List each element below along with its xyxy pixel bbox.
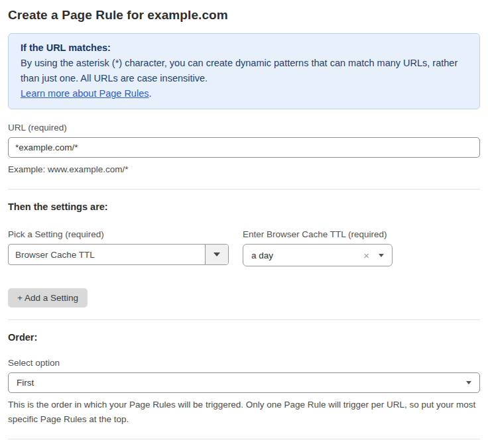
pick-setting-column: Pick a Setting (required) Browser Cache … bbox=[8, 229, 229, 265]
info-box-link-line: Learn more about Page Rules. bbox=[21, 86, 467, 101]
ttl-column: Enter Browser Cache TTL (required) a day… bbox=[243, 229, 393, 266]
url-example-text: Example: www.example.com/* bbox=[8, 162, 480, 177]
pick-setting-select[interactable]: Browser Cache TTL bbox=[8, 244, 229, 265]
order-section-heading: Order: bbox=[8, 332, 480, 343]
url-input[interactable] bbox=[8, 137, 480, 158]
ttl-value: a day bbox=[251, 251, 363, 260]
clear-x-icon[interactable]: × bbox=[363, 251, 369, 260]
divider bbox=[8, 439, 480, 439]
url-field-label: URL (required) bbox=[8, 123, 480, 133]
add-setting-row: + Add a Setting bbox=[8, 288, 480, 308]
info-box-heading: If the URL matches: bbox=[21, 40, 467, 56]
chevron-down-icon bbox=[213, 252, 220, 256]
learn-more-link[interactable]: Learn more about Page Rules bbox=[21, 88, 149, 99]
order-select[interactable]: First bbox=[8, 372, 480, 393]
order-select-value: First bbox=[17, 378, 466, 388]
ttl-combobox[interactable]: a day × bbox=[243, 244, 393, 266]
order-help-text: This is the order in which your Page Rul… bbox=[8, 398, 480, 427]
page-title: Create a Page Rule for example.com bbox=[8, 8, 480, 23]
add-setting-button[interactable]: + Add a Setting bbox=[8, 288, 88, 308]
chevron-down-icon bbox=[466, 381, 471, 384]
url-match-info-box: If the URL matches: By using the asteris… bbox=[8, 33, 480, 109]
settings-section-heading: Then the settings are: bbox=[8, 201, 480, 212]
pick-setting-arrow-box[interactable] bbox=[205, 245, 228, 264]
create-page-rule-form: Create a Page Rule for example.com If th… bbox=[0, 0, 488, 448]
divider bbox=[8, 189, 480, 190]
divider bbox=[8, 319, 480, 320]
order-select-label: Select option bbox=[8, 358, 480, 368]
ttl-label: Enter Browser Cache TTL (required) bbox=[243, 229, 393, 239]
pick-setting-label: Pick a Setting (required) bbox=[8, 229, 229, 239]
settings-row: Pick a Setting (required) Browser Cache … bbox=[8, 229, 480, 266]
info-box-body: By using the asterisk (*) character, you… bbox=[21, 56, 467, 86]
pick-setting-value: Browser Cache TTL bbox=[9, 245, 205, 264]
link-suffix: . bbox=[149, 88, 151, 99]
chevron-down-icon bbox=[379, 254, 384, 257]
